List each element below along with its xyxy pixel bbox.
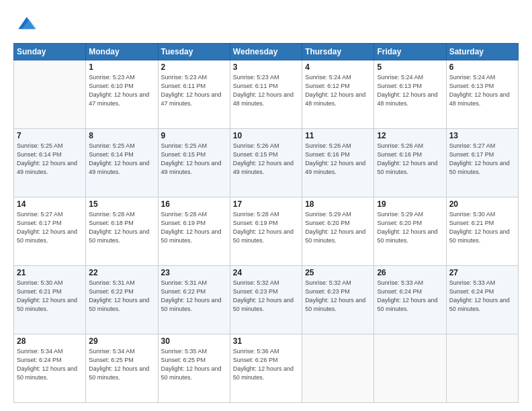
day-number: 20 xyxy=(449,199,515,209)
day-info: Sunrise: 5:30 AMSunset: 6:21 PMDaylight:… xyxy=(449,210,515,245)
calendar-cell: 11Sunrise: 5:26 AMSunset: 6:16 PMDayligh… xyxy=(302,129,374,197)
calendar-cell: 27Sunrise: 5:33 AMSunset: 6:24 PMDayligh… xyxy=(446,266,518,334)
weekday-header-row: SundayMondayTuesdayWednesdayThursdayFrid… xyxy=(14,44,519,60)
calendar-cell: 20Sunrise: 5:30 AMSunset: 6:21 PMDayligh… xyxy=(446,197,518,266)
day-info: Sunrise: 5:28 AMSunset: 6:18 PMDaylight:… xyxy=(89,210,154,245)
day-number: 27 xyxy=(449,268,515,277)
calendar-cell: 2Sunrise: 5:23 AMSunset: 6:11 PMDaylight… xyxy=(158,60,230,129)
calendar-cell: 26Sunrise: 5:33 AMSunset: 6:24 PMDayligh… xyxy=(374,266,446,334)
logo-icon xyxy=(13,12,38,36)
calendar-cell: 15Sunrise: 5:28 AMSunset: 6:18 PMDayligh… xyxy=(86,197,158,266)
day-info: Sunrise: 5:26 AMSunset: 6:15 PMDaylight:… xyxy=(233,142,299,177)
calendar-week-4: 21Sunrise: 5:30 AMSunset: 6:21 PMDayligh… xyxy=(14,266,519,334)
calendar-body: 1Sunrise: 5:23 AMSunset: 6:10 PMDaylight… xyxy=(14,60,519,403)
day-info: Sunrise: 5:27 AMSunset: 6:17 PMDaylight:… xyxy=(449,142,515,177)
day-info: Sunrise: 5:28 AMSunset: 6:19 PMDaylight:… xyxy=(233,210,299,245)
day-number: 11 xyxy=(305,131,371,140)
day-number: 1 xyxy=(89,62,154,72)
day-number: 19 xyxy=(377,199,443,209)
day-number: 6 xyxy=(449,62,515,72)
day-info: Sunrise: 5:33 AMSunset: 6:24 PMDaylight:… xyxy=(449,279,515,314)
day-number: 5 xyxy=(377,62,443,72)
calendar-cell: 25Sunrise: 5:32 AMSunset: 6:23 PMDayligh… xyxy=(302,266,374,334)
calendar-cell xyxy=(302,334,374,403)
day-info: Sunrise: 5:32 AMSunset: 6:23 PMDaylight:… xyxy=(305,279,371,314)
weekday-header-friday: Friday xyxy=(374,44,446,60)
calendar-cell: 28Sunrise: 5:34 AMSunset: 6:24 PMDayligh… xyxy=(14,334,86,403)
day-number: 16 xyxy=(161,199,227,209)
day-info: Sunrise: 5:24 AMSunset: 6:13 PMDaylight:… xyxy=(377,73,443,108)
day-info: Sunrise: 5:25 AMSunset: 6:14 PMDaylight:… xyxy=(17,142,83,177)
calendar-cell: 8Sunrise: 5:25 AMSunset: 6:14 PMDaylight… xyxy=(86,129,158,197)
weekday-header-tuesday: Tuesday xyxy=(158,44,230,60)
day-info: Sunrise: 5:31 AMSunset: 6:22 PMDaylight:… xyxy=(161,279,227,314)
day-number: 21 xyxy=(17,268,83,277)
day-number: 10 xyxy=(233,131,299,140)
day-number: 7 xyxy=(17,131,83,140)
day-number: 17 xyxy=(233,199,299,209)
day-number: 30 xyxy=(161,336,227,346)
calendar-week-2: 7Sunrise: 5:25 AMSunset: 6:14 PMDaylight… xyxy=(14,129,519,197)
weekday-header-monday: Monday xyxy=(86,44,158,60)
day-info: Sunrise: 5:29 AMSunset: 6:20 PMDaylight:… xyxy=(305,210,371,245)
calendar-cell: 22Sunrise: 5:31 AMSunset: 6:22 PMDayligh… xyxy=(86,266,158,334)
page: SundayMondayTuesdayWednesdayThursdayFrid… xyxy=(0,0,532,411)
day-number: 8 xyxy=(89,131,154,140)
calendar-week-5: 28Sunrise: 5:34 AMSunset: 6:24 PMDayligh… xyxy=(14,334,519,403)
day-info: Sunrise: 5:33 AMSunset: 6:24 PMDaylight:… xyxy=(377,279,443,314)
calendar-cell: 30Sunrise: 5:35 AMSunset: 6:25 PMDayligh… xyxy=(158,334,230,403)
day-number: 26 xyxy=(377,268,443,277)
day-info: Sunrise: 5:25 AMSunset: 6:15 PMDaylight:… xyxy=(161,142,227,177)
calendar-cell xyxy=(14,60,86,129)
day-number: 3 xyxy=(233,62,299,72)
calendar-cell: 4Sunrise: 5:24 AMSunset: 6:12 PMDaylight… xyxy=(302,60,374,129)
calendar-cell: 3Sunrise: 5:23 AMSunset: 6:11 PMDaylight… xyxy=(230,60,302,129)
calendar-cell: 14Sunrise: 5:27 AMSunset: 6:17 PMDayligh… xyxy=(14,197,86,266)
calendar-cell: 5Sunrise: 5:24 AMSunset: 6:13 PMDaylight… xyxy=(374,60,446,129)
calendar-cell xyxy=(374,334,446,403)
calendar-week-1: 1Sunrise: 5:23 AMSunset: 6:10 PMDaylight… xyxy=(14,60,519,129)
day-number: 23 xyxy=(161,268,227,277)
calendar-cell: 23Sunrise: 5:31 AMSunset: 6:22 PMDayligh… xyxy=(158,266,230,334)
weekday-header-saturday: Saturday xyxy=(446,44,518,60)
day-info: Sunrise: 5:35 AMSunset: 6:25 PMDaylight:… xyxy=(161,347,227,382)
calendar-cell xyxy=(446,334,518,403)
day-number: 2 xyxy=(161,62,227,72)
day-info: Sunrise: 5:25 AMSunset: 6:14 PMDaylight:… xyxy=(89,142,154,177)
calendar-cell: 18Sunrise: 5:29 AMSunset: 6:20 PMDayligh… xyxy=(302,197,374,266)
calendar-cell: 9Sunrise: 5:25 AMSunset: 6:15 PMDaylight… xyxy=(158,129,230,197)
calendar-week-3: 14Sunrise: 5:27 AMSunset: 6:17 PMDayligh… xyxy=(14,197,519,266)
day-info: Sunrise: 5:27 AMSunset: 6:17 PMDaylight:… xyxy=(17,210,83,245)
day-info: Sunrise: 5:30 AMSunset: 6:21 PMDaylight:… xyxy=(17,279,83,314)
calendar-cell: 17Sunrise: 5:28 AMSunset: 6:19 PMDayligh… xyxy=(230,197,302,266)
header xyxy=(13,12,519,36)
day-info: Sunrise: 5:34 AMSunset: 6:24 PMDaylight:… xyxy=(17,347,83,382)
day-info: Sunrise: 5:26 AMSunset: 6:16 PMDaylight:… xyxy=(305,142,371,177)
day-number: 12 xyxy=(377,131,443,140)
day-number: 18 xyxy=(305,199,371,209)
calendar-cell: 21Sunrise: 5:30 AMSunset: 6:21 PMDayligh… xyxy=(14,266,86,334)
day-number: 28 xyxy=(17,336,83,346)
calendar-cell: 24Sunrise: 5:32 AMSunset: 6:23 PMDayligh… xyxy=(230,266,302,334)
calendar-cell: 1Sunrise: 5:23 AMSunset: 6:10 PMDaylight… xyxy=(86,60,158,129)
calendar-cell: 12Sunrise: 5:26 AMSunset: 6:16 PMDayligh… xyxy=(374,129,446,197)
calendar-cell: 6Sunrise: 5:24 AMSunset: 6:13 PMDaylight… xyxy=(446,60,518,129)
calendar-cell: 16Sunrise: 5:28 AMSunset: 6:19 PMDayligh… xyxy=(158,197,230,266)
calendar-header: SundayMondayTuesdayWednesdayThursdayFrid… xyxy=(14,44,519,60)
day-info: Sunrise: 5:23 AMSunset: 6:11 PMDaylight:… xyxy=(233,73,299,108)
day-info: Sunrise: 5:26 AMSunset: 6:16 PMDaylight:… xyxy=(377,142,443,177)
day-info: Sunrise: 5:29 AMSunset: 6:20 PMDaylight:… xyxy=(377,210,443,245)
weekday-header-thursday: Thursday xyxy=(302,44,374,60)
day-number: 22 xyxy=(89,268,154,277)
day-info: Sunrise: 5:32 AMSunset: 6:23 PMDaylight:… xyxy=(233,279,299,314)
day-info: Sunrise: 5:23 AMSunset: 6:11 PMDaylight:… xyxy=(161,73,227,108)
weekday-header-wednesday: Wednesday xyxy=(230,44,302,60)
day-number: 15 xyxy=(89,199,154,209)
logo xyxy=(13,12,40,36)
day-number: 24 xyxy=(233,268,299,277)
calendar-cell: 10Sunrise: 5:26 AMSunset: 6:15 PMDayligh… xyxy=(230,129,302,197)
calendar-cell: 29Sunrise: 5:34 AMSunset: 6:25 PMDayligh… xyxy=(86,334,158,403)
day-number: 14 xyxy=(17,199,83,209)
calendar-cell: 7Sunrise: 5:25 AMSunset: 6:14 PMDaylight… xyxy=(14,129,86,197)
calendar-cell: 13Sunrise: 5:27 AMSunset: 6:17 PMDayligh… xyxy=(446,129,518,197)
